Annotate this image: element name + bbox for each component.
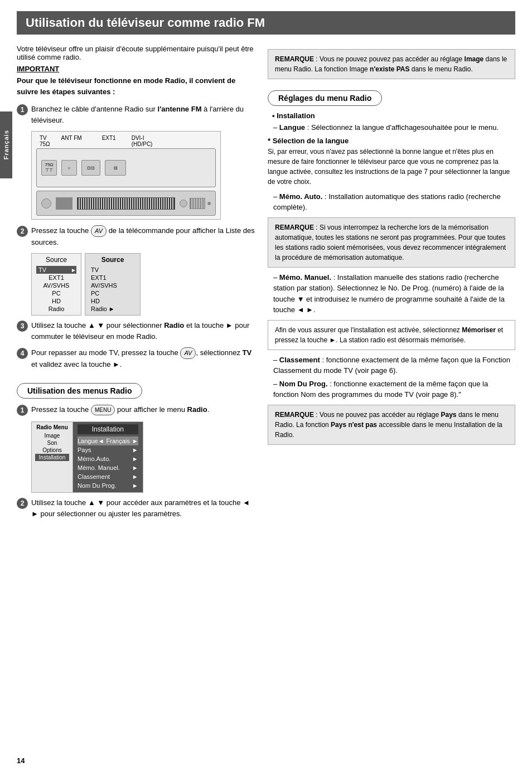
tv-labels-row: TV75Ω ANT FM EXT1 DVI-I(HD/PC) [36, 135, 216, 147]
radio-right-memo-auto: Mémo.Auto. ► [78, 454, 138, 463]
memo-auto-arrow: ► [132, 455, 138, 462]
step-1: 1 Branchez le câble d'antenne Radio sur … [17, 104, 257, 125]
radio-right-classement: Classement ► [78, 472, 138, 481]
step-4: 4 Pour repasser au mode TV, pressez la t… [17, 347, 257, 370]
source-item-hd: HD [36, 297, 76, 305]
main-title: Utilisation du téléviseur comme radio FM [17, 11, 515, 35]
tv-label-tv: TV75Ω [40, 135, 50, 147]
side-tab: Français [0, 111, 12, 178]
source-right-pc: PC [91, 289, 134, 297]
source-item-ext1: EXT1 [36, 274, 76, 282]
left-column: Votre téléviseur offre un plaisir d'écou… [17, 45, 257, 525]
langue-value-row: ◄ Français ► [98, 438, 138, 444]
memo-manuel-note-box: Afin de vous assurer que l'installation … [268, 320, 515, 350]
classement-arrow: ► [132, 473, 138, 480]
radio-settings-header-label: Réglages du menu Radio [278, 94, 371, 103]
av-button-icon-2: AV [180, 347, 196, 359]
step-1-num: 1 [17, 104, 28, 115]
star-note-body: Si, par erreur, vous n'avez pas sélectio… [268, 147, 515, 187]
memo-auto-sub: – Mémo. Auto. : Installation automatique… [273, 191, 515, 213]
tv-small-screen [56, 197, 72, 210]
source-item-pc: PC [36, 289, 76, 297]
step-2: 2 Pressez la touche AV de la télécommand… [17, 225, 257, 248]
classement-sub: – Classement : fonctionne exactement de … [273, 355, 515, 376]
step-m1-text: Pressez la touche MENU pour afficher le … [31, 404, 209, 415]
tv-dot [207, 202, 211, 205]
nom-prog-sub: – Nom Du Prog. : fonctionne exactement d… [273, 379, 515, 400]
side-tab-label: Français [3, 130, 9, 159]
connector-75: 75Ω⊤⊤ [41, 160, 57, 176]
radio-left-installation: Installation [35, 454, 69, 461]
step-m1-num: 1 [17, 405, 28, 416]
step-m2-text: Utilisez la touche ▲ ▼ pour accéder aux … [31, 497, 257, 519]
connector-ext1: ⊡⊡ [81, 160, 100, 176]
step-1-text: Branchez le câble d'antenne Radio sur l'… [31, 104, 257, 125]
tv-front-diagram [36, 191, 216, 216]
pays-label: Pays [78, 447, 91, 453]
important-text: Pour que le téléviseur fonctionne en mod… [17, 75, 257, 97]
step-3: 3 Utilisez la touche ▲ ▼ pour sélectionn… [17, 320, 257, 342]
memo-auto-label: Mémo.Auto. [78, 455, 110, 462]
source-menu-right-title: Source [91, 256, 134, 264]
remark-top-box: REMARQUE : Vous ne pouvez pouvez pas acc… [268, 49, 515, 79]
step-4-text: Pour repasser au mode TV, pressez la tou… [31, 347, 257, 370]
page-number: 14 [17, 756, 25, 765]
radio-right-nom-prog: Nom Du Prog. ► [78, 481, 138, 490]
nom-prog-arrow: ► [132, 482, 138, 489]
star-note-title: * Sélection de la langue [268, 137, 515, 145]
radio-right-memo-manuel: Mémo. Manuel. ► [78, 463, 138, 472]
source-menu-right-panel: Source TV EXT1 AV/SVHS PC HD Radio ► [85, 253, 141, 316]
intro-text: Votre téléviseur offre un plaisir d'écou… [17, 45, 257, 61]
radio-right-pays: Pays ► [78, 445, 138, 454]
radio-left-image: Image [35, 432, 69, 439]
important-label: IMPORTANT [17, 65, 257, 73]
tv-back-connectors: 75Ω⊤⊤ ○ ⊡⊡ ⊟ [36, 148, 216, 187]
section-menus-radio-box: Utilisation des menus Radio [17, 383, 142, 399]
nom-prog-label: Nom Du Prog. [78, 482, 117, 489]
nom-prog-bold: Nom Du Prog. [279, 380, 328, 388]
remark-memo-auto: REMARQUE : Si vous interrompez la recher… [268, 217, 515, 268]
tv-power-btn [41, 198, 51, 208]
source-item-avsvhs: AV/SVHS [36, 282, 76, 289]
radio-menu-right-title: Installation [78, 424, 138, 434]
radio-left-son: Son [35, 439, 69, 447]
important-section: IMPORTANT Pour que le téléviseur fonctio… [17, 65, 257, 97]
classement-label: Classement [78, 473, 110, 480]
step-4-num: 4 [17, 348, 28, 359]
source-item-radio: Radio [36, 305, 76, 313]
step-2-text: Pressez la touche AV de la télécommande … [31, 225, 257, 248]
step-2-num: 2 [17, 226, 28, 237]
radio-menu-right-panel: Installation Langue ◄ Français ► Pays ► [73, 421, 143, 493]
connector-dvii: ⊟ [105, 160, 126, 176]
remark-top-bold: REMARQUE [275, 55, 314, 63]
tv-grid [190, 198, 205, 209]
radio-right-langue: Langue ◄ Français ► [78, 437, 138, 445]
remark-memo-bold: REMARQUE [275, 224, 314, 231]
installation-bullet: • Installation [272, 111, 515, 120]
page: Français Utilisation du téléviseur comme… [0, 0, 532, 776]
radio-menu-left-panel: Radio Menu Image Son Options Installatio… [31, 421, 73, 493]
section-menus-radio-label: Utilisation des menus Radio [27, 386, 132, 395]
tv-label-ext1: EXT1 [102, 135, 116, 147]
step-m2: 2 Utilisez la touche ▲ ▼ pour accéder au… [17, 497, 257, 519]
langue-bold: Langue [279, 123, 305, 132]
two-col-layout: Votre téléviseur offre un plaisir d'écou… [17, 45, 515, 525]
menu-button-icon: MENU [91, 405, 115, 415]
source-right-hd: HD [91, 297, 134, 305]
step-m1: 1 Pressez la touche MENU pour afficher l… [17, 404, 257, 416]
step-m2-num: 2 [17, 498, 28, 509]
memo-manuel-sub: – Mémo. Manuel. : Installation manuelle … [273, 272, 515, 316]
langue-value: Français [107, 438, 130, 444]
tv-right-controls [180, 198, 211, 209]
memo-manuel-arrow: ► [132, 464, 138, 471]
tv-label-antfm: ANT FM [61, 135, 82, 147]
source-menu-left-title: Source [36, 256, 76, 264]
step-3-num: 3 [17, 321, 28, 332]
connector-antfm: ○ [61, 160, 77, 176]
av-button-icon: AV [91, 225, 107, 237]
remark-bottom-box: REMARQUE : Vous ne pouvez pas accéder au… [268, 405, 515, 445]
source-right-tv: TV [91, 266, 134, 274]
source-item-tv: TV► [36, 266, 76, 274]
installation-label: • Installation [272, 111, 315, 120]
langue-arrow-right: ► [132, 438, 138, 444]
